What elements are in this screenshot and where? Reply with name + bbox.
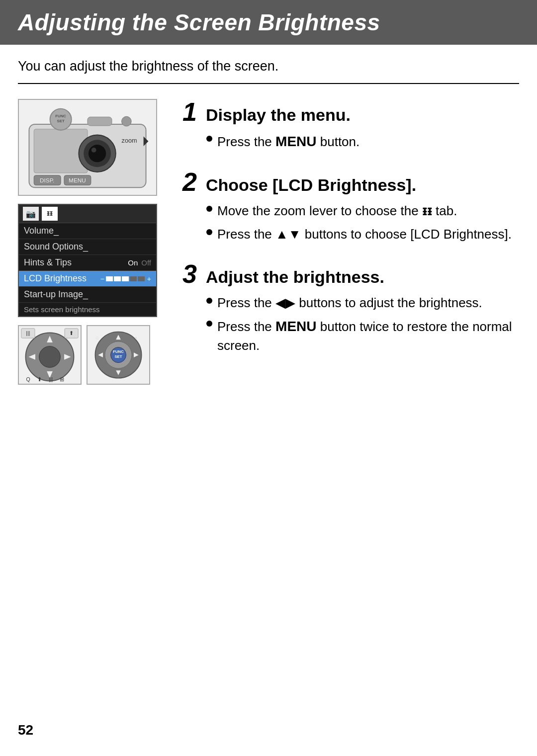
step-2: 2 Choose [LCD Brightness]. Move the zoom…	[182, 169, 519, 243]
svg-text:☺: ☺	[95, 335, 100, 340]
step-2-bullet-text-2: Press the ▲▼ buttons to choose [LCD Brig…	[217, 225, 519, 243]
svg-text:⬆: ⬆	[69, 330, 74, 336]
menu-item-startup: Start-up Image_	[19, 287, 156, 303]
page-number: 52	[18, 722, 33, 738]
content-area: DISP. MENU FUNC SET zoom 📷 ᵻᵻ	[0, 99, 537, 385]
svg-point-5	[91, 148, 96, 153]
intro-text: You can adjust the brightness of the scr…	[0, 59, 537, 74]
svg-text:DISP.: DISP.	[40, 177, 54, 183]
menu-tab-camera: 📷	[23, 207, 39, 221]
svg-text:Q: Q	[26, 376, 30, 382]
svg-text:MENU: MENU	[69, 177, 86, 183]
step-number-3: 3	[182, 261, 200, 287]
step-3-bullet-text-2: Press the MENU button twice to restore t…	[217, 317, 519, 354]
camera-illustration: DISP. MENU FUNC SET zoom	[18, 99, 157, 196]
step-2-bullet-text-1: Move the zoom lever to choose the ᵻᵻ tab…	[217, 202, 519, 220]
bullet-dot	[206, 321, 212, 327]
bullet-dot	[206, 229, 212, 235]
svg-text:⬆: ⬆	[37, 376, 42, 382]
step-3-bullet-text-1: Press the ◀▶ buttons to adjust the brigh…	[217, 294, 519, 312]
menu-footer-text: Sets screen brightness	[19, 303, 156, 316]
menu-item-volume: Volume_	[19, 223, 156, 239]
step-title-2: Choose [LCD Brightness].	[206, 175, 416, 195]
step-1: 1 Display the menu. Press the MENU butto…	[182, 99, 519, 151]
svg-text:⊞: ⊞	[60, 376, 64, 382]
step-2-bullet-2: Press the ▲▼ buttons to choose [LCD Brig…	[206, 225, 519, 243]
step-number-2: 2	[182, 169, 200, 195]
svg-text:♦: ♦	[135, 335, 137, 340]
svg-text:FUNC: FUNC	[55, 114, 66, 118]
svg-text:|||: |||	[49, 376, 53, 382]
right-column: 1 Display the menu. Press the MENU butto…	[182, 99, 519, 385]
svg-text:|||: |||	[26, 330, 30, 336]
page-title: Adjusting the Screen Brightness	[18, 9, 519, 36]
bullet-dot	[206, 136, 212, 142]
step-3-bullet-1: Press the ◀▶ buttons to adjust the brigh…	[206, 294, 519, 312]
nav-dial-illustration: ||| ⬆ Q ⬆ ||| ⊞	[18, 325, 82, 385]
svg-point-7	[122, 116, 132, 126]
bottom-nav-images: ||| ⬆ Q ⬆ ||| ⊞ FUNC	[18, 325, 157, 385]
svg-point-4	[89, 145, 106, 162]
step-3: 3 Adjust the brightness. Press the ◀▶ bu…	[182, 261, 519, 354]
step-1-bullets: Press the MENU button.	[206, 132, 519, 151]
step-2-bullet-1: Move the zoom lever to choose the ᵻᵻ tab…	[206, 202, 519, 220]
menu-screenshot: 📷 ᵻᵻ Volume_ Sound Options_ Hints & Tips…	[18, 204, 157, 317]
func-set-illustration: FUNC SET ☺ ♦	[87, 325, 150, 385]
svg-text:SET: SET	[114, 354, 122, 359]
menu-item-lcd-brightness: LCD Brightness − +	[19, 271, 156, 287]
svg-rect-6	[88, 117, 112, 126]
svg-text:SET: SET	[57, 119, 65, 123]
step-2-bullets: Move the zoom lever to choose the ᵻᵻ tab…	[206, 202, 519, 243]
step-title-3: Adjust the brightness.	[206, 267, 384, 287]
step-title-1: Display the menu.	[206, 105, 351, 125]
menu-item-hints: Hints & Tips On Off	[19, 255, 156, 271]
page-header: Adjusting the Screen Brightness	[0, 0, 537, 45]
svg-text:zoom: zoom	[122, 137, 137, 144]
svg-text:FUNC: FUNC	[113, 349, 124, 354]
menu-tab-settings: ᵻᵻ	[42, 207, 58, 221]
step-number-1: 1	[182, 99, 200, 125]
bullet-dot	[206, 298, 212, 304]
left-column: DISP. MENU FUNC SET zoom 📷 ᵻᵻ	[18, 99, 165, 385]
step-1-bullet-1: Press the MENU button.	[206, 132, 519, 151]
svg-point-18	[39, 346, 61, 368]
step-3-bullets: Press the ◀▶ buttons to adjust the brigh…	[206, 294, 519, 354]
step-1-bullet-text: Press the MENU button.	[217, 132, 519, 151]
divider	[18, 83, 519, 84]
step-3-bullet-2: Press the MENU button twice to restore t…	[206, 317, 519, 354]
bullet-dot	[206, 206, 212, 212]
menu-item-sound: Sound Options_	[19, 239, 156, 255]
